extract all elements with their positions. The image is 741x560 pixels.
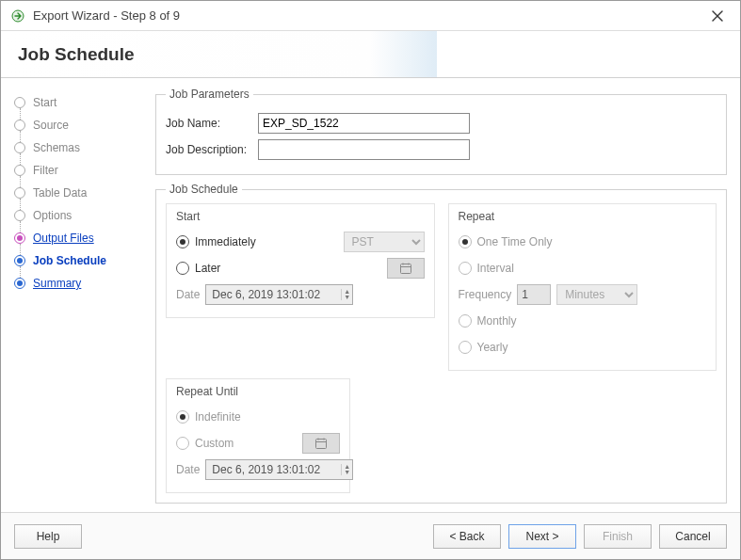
app-icon — [10, 8, 25, 24]
step-dot-icon — [14, 210, 25, 221]
cancel-button[interactable]: Cancel — [659, 524, 727, 549]
job-parameters-group: Job Parameters Job Name: Job Description… — [155, 88, 727, 175]
until-custom-label: Custom — [195, 437, 234, 450]
until-date-field[interactable]: ▲▼ — [205, 459, 353, 480]
start-later-label: Later — [195, 262, 220, 275]
step-options[interactable]: Options — [14, 204, 144, 227]
start-immediately-label: Immediately — [195, 235, 256, 248]
frequency-input[interactable] — [517, 284, 551, 305]
start-date-input[interactable] — [210, 286, 337, 303]
step-table-data[interactable]: Table Data — [14, 182, 144, 204]
step-job-schedule[interactable]: Job Schedule — [14, 249, 144, 272]
radio-icon — [176, 410, 189, 424]
start-group: Start Immediately PST Later — [166, 203, 435, 318]
help-button[interactable]: Help — [14, 524, 82, 549]
step-list: Start Source Schemas Filter Table Data O… — [14, 91, 144, 295]
job-parameters-legend: Job Parameters — [166, 88, 253, 101]
step-dot-icon — [14, 232, 25, 244]
job-description-label: Job Description: — [166, 143, 252, 156]
job-description-input[interactable] — [258, 139, 470, 160]
step-dot-icon — [14, 142, 25, 153]
frequency-label: Frequency — [459, 288, 512, 301]
repeat-until-title: Repeat Until — [176, 385, 340, 398]
repeat-yearly-label: Yearly — [477, 341, 508, 354]
window-title: Export Wizard - Step 8 of 9 — [33, 8, 180, 23]
close-button[interactable] — [704, 5, 731, 27]
start-date-row: Date ▲▼ — [176, 281, 425, 308]
step-dot-icon — [14, 255, 25, 266]
spinner-icon[interactable]: ▲▼ — [341, 464, 350, 475]
repeat-frequency-row: Frequency Minutes — [459, 281, 707, 308]
frequency-unit-select[interactable]: Minutes — [556, 284, 637, 305]
until-date-row: Date ▲▼ — [176, 456, 340, 483]
step-dot-icon — [14, 120, 25, 131]
job-name-input[interactable] — [258, 113, 470, 134]
finish-button[interactable]: Finish — [584, 524, 652, 549]
step-start[interactable]: Start — [14, 91, 144, 114]
timezone-select[interactable]: PST — [344, 232, 425, 252]
repeat-interval-option[interactable]: Interval — [459, 255, 707, 281]
calendar-icon — [314, 437, 328, 450]
until-calendar-button[interactable] — [302, 433, 340, 454]
repeat-one-time-option[interactable]: One Time Only — [459, 229, 707, 255]
job-name-label: Job Name: — [166, 117, 252, 130]
footer: Help < Back Next > Finish Cancel — [1, 512, 740, 559]
step-summary[interactable]: Summary — [14, 272, 144, 295]
close-icon — [712, 10, 723, 22]
start-calendar-button[interactable] — [387, 258, 425, 279]
job-schedule-legend: Job Schedule — [166, 183, 242, 196]
step-dot-icon — [14, 165, 25, 176]
until-custom-option[interactable]: Custom — [176, 430, 340, 456]
repeat-until-group: Repeat Until Indefinite Custom Date — [166, 378, 350, 493]
svg-rect-1 — [400, 264, 411, 274]
repeat-group: Repeat One Time Only Interval Frequency … — [448, 203, 717, 371]
start-date-label: Date — [176, 288, 200, 301]
radio-icon — [176, 262, 189, 275]
step-schemas[interactable]: Schemas — [14, 136, 144, 159]
title-bar: Export Wizard - Step 8 of 9 — [1, 1, 740, 31]
step-source[interactable]: Source — [14, 114, 144, 136]
start-immediately-option[interactable]: Immediately PST — [176, 229, 425, 255]
job-schedule-group: Job Schedule Start Immediately PST Later — [155, 183, 727, 504]
until-indefinite-label: Indefinite — [195, 410, 241, 424]
banner: Job Schedule — [1, 31, 740, 78]
page-title: Job Schedule — [18, 44, 135, 65]
step-filter[interactable]: Filter — [14, 159, 144, 182]
until-date-input[interactable] — [210, 461, 337, 478]
repeat-title: Repeat — [459, 210, 707, 223]
step-dot-icon — [14, 97, 25, 108]
radio-icon — [459, 314, 472, 328]
repeat-interval-label: Interval — [477, 262, 514, 275]
back-button[interactable]: < Back — [433, 524, 501, 549]
step-dot-icon — [14, 278, 25, 289]
radio-icon — [459, 341, 472, 354]
step-dot-icon — [14, 187, 25, 199]
radio-icon — [176, 235, 189, 248]
radio-icon — [459, 262, 472, 275]
repeat-monthly-option[interactable]: Monthly — [459, 308, 707, 334]
repeat-monthly-label: Monthly — [477, 314, 517, 328]
spinner-icon[interactable]: ▲▼ — [341, 289, 350, 300]
start-date-field[interactable]: ▲▼ — [205, 284, 353, 305]
calendar-icon — [399, 262, 412, 275]
content-panel: Job Parameters Job Name: Job Description… — [152, 78, 740, 512]
svg-rect-5 — [316, 440, 327, 449]
start-later-option[interactable]: Later — [176, 255, 425, 281]
next-button[interactable]: Next > — [508, 524, 576, 549]
until-date-label: Date — [176, 463, 200, 476]
start-title: Start — [176, 210, 425, 223]
repeat-yearly-option[interactable]: Yearly — [459, 334, 707, 360]
radio-icon — [176, 437, 189, 450]
step-output-files[interactable]: Output Files — [14, 227, 144, 249]
radio-icon — [459, 235, 472, 248]
repeat-one-time-label: One Time Only — [477, 235, 553, 248]
until-indefinite-option[interactable]: Indefinite — [176, 404, 340, 430]
